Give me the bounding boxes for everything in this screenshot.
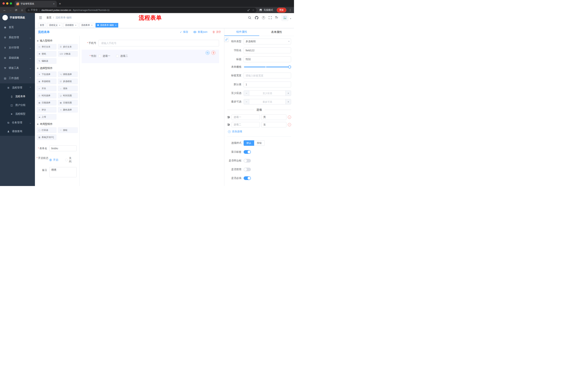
increase-button[interactable]: +	[285, 91, 291, 96]
option-value-input[interactable]	[261, 122, 286, 128]
field-gender-selected-widget[interactable]: *性别 选项一 选项二	[82, 50, 219, 63]
component-chip-upload[interactable]: ☁上传	[37, 114, 56, 120]
help-icon[interactable]: ?	[262, 16, 265, 19]
sidebar-item-infra[interactable]: ⊞ 基础设施 ⌄	[0, 53, 35, 63]
status-radio-on[interactable]: 开启	[49, 157, 61, 163]
component-chip-date-picker[interactable]: ▦日期选择	[37, 100, 56, 105]
component-chip-switch[interactable]: ◐开关	[37, 86, 56, 91]
copy-widget-button[interactable]	[206, 51, 210, 55]
font-size-icon[interactable]: TT	[275, 16, 278, 19]
tag-process-form[interactable]: 流程表单 ×	[79, 23, 94, 28]
component-chip-counter[interactable]: 123计数器	[58, 51, 78, 57]
style-button-button[interactable]: 按钮	[254, 140, 264, 146]
tag-process-model[interactable]: 流程模型 ×	[63, 23, 78, 28]
status-radio-off[interactable]: 关闭	[65, 157, 72, 163]
required-switch[interactable]	[244, 176, 251, 180]
sidebar-item-home[interactable]: ◉ 首页	[0, 22, 35, 32]
component-chip-single-text[interactable]: ▭单行文本	[37, 44, 56, 50]
sidebar-item-payment[interactable]: ¥ 支付管理 ⌄	[0, 43, 35, 53]
component-chip-checkbox-group[interactable]: ☑多选框组	[58, 79, 78, 84]
decrease-button[interactable]: −	[244, 91, 249, 96]
checkbox-option-1[interactable]: 选项一	[98, 54, 110, 58]
component-chip-time-picker[interactable]: ◷时间选择	[37, 93, 56, 98]
home-icon[interactable]: ⌂	[20, 8, 24, 12]
view-json-button[interactable]: 查看json	[193, 30, 207, 34]
min-select-input[interactable]	[249, 91, 285, 96]
checkbox-icon[interactable]	[98, 55, 101, 57]
field-phone-input[interactable]	[98, 40, 219, 46]
browser-update-button[interactable]: 更新	[277, 8, 286, 12]
browser-tab[interactable]: 芋道管理系统 ×	[15, 1, 57, 7]
tag-close-icon[interactable]: ×	[115, 24, 117, 27]
form-remark-textarea[interactable]: 嘿嘿	[49, 167, 77, 177]
sidebar-item-process-mgmt[interactable]: ≣ 流程管理 ⌃	[0, 83, 35, 92]
forward-icon[interactable]: →	[8, 8, 13, 12]
component-chip-slider[interactable]: ↔滑块	[58, 86, 78, 91]
sidebar-item-workflow[interactable]: ▤ 工作流程 ⌃	[0, 73, 35, 83]
component-chip-button[interactable]: ☞按钮	[58, 128, 78, 133]
user-avatar[interactable]	[282, 14, 288, 21]
component-chip-row-container[interactable]: ▢行容器	[37, 128, 56, 133]
option-label-input[interactable]	[231, 122, 260, 128]
sidebar-item-process-model[interactable]: ➤ 流程模型	[0, 110, 35, 118]
component-chip-rate[interactable]: ☆评分	[37, 107, 56, 112]
disabled-switch[interactable]	[244, 168, 251, 171]
minimize-window-button[interactable]	[6, 2, 8, 5]
url-bar[interactable]: ⚠ 不安全 | dashboard.yudao.iocoder.cn/bpm/m…	[25, 8, 257, 12]
form-canvas[interactable]: *手机号	[80, 36, 224, 186]
bookmark-star-icon[interactable]: ☆	[252, 9, 254, 11]
field-name-input[interactable]	[244, 47, 291, 53]
remove-option-button[interactable]: −	[288, 123, 291, 126]
browser-menu-icon[interactable]: ⋮	[289, 8, 292, 12]
back-icon[interactable]: ←	[2, 8, 7, 12]
show-label-switch[interactable]	[244, 150, 251, 154]
tab-close-icon[interactable]: ×	[53, 2, 55, 5]
save-button[interactable]: ✓ 保存	[180, 30, 188, 34]
checkbox-option-2[interactable]: 选项二	[116, 54, 128, 58]
fullscreen-icon[interactable]	[269, 16, 272, 19]
component-type-select[interactable]: ▾	[244, 39, 291, 44]
slider-handle[interactable]	[288, 65, 291, 68]
label-width-input[interactable]	[244, 73, 291, 78]
search-icon[interactable]	[248, 16, 251, 19]
delete-widget-button[interactable]	[211, 51, 215, 55]
grid-slider[interactable]	[244, 67, 290, 67]
close-window-button[interactable]	[2, 2, 5, 5]
checkbox-icon[interactable]	[116, 55, 119, 57]
breadcrumb-home[interactable]: 首页	[46, 16, 52, 19]
security-indicator[interactable]: ⚠ 不安全 |	[28, 8, 40, 12]
sidebar-item-system[interactable]: ⚙ 系统管理 ⌄	[0, 32, 35, 43]
user-menu-caret-icon[interactable]: ▾	[290, 18, 291, 21]
sidebar-item-user-group[interactable]: ◫ 用户分组	[0, 101, 35, 110]
component-chip-select[interactable]: ▾下拉选择	[37, 72, 56, 77]
field-phone[interactable]: *手机号	[82, 40, 219, 46]
zoom-window-button[interactable]	[10, 2, 12, 5]
tab-component-props[interactable]: 组件属性	[224, 28, 259, 36]
tab-form-props[interactable]: 表单属性	[259, 28, 294, 36]
remove-option-button[interactable]: −	[288, 116, 291, 119]
sidebar-item-task-mgmt[interactable]: ⧉ 任务管理 ⌄	[0, 118, 35, 127]
reload-icon[interactable]: ⟳	[14, 8, 19, 12]
component-chip-password[interactable]: ✱密码	[37, 51, 56, 57]
key-icon[interactable]	[247, 9, 250, 11]
tag-process-form-edit[interactable]: 流程表单-编辑 ×	[95, 23, 118, 28]
default-value-input[interactable]	[244, 82, 291, 87]
option-label-input[interactable]	[231, 115, 260, 120]
component-chip-editor[interactable]: ✎编辑器	[37, 58, 56, 64]
tag-close-icon[interactable]: ×	[75, 24, 77, 27]
drag-handle-icon[interactable]	[227, 116, 230, 118]
sidebar-item-devtools[interactable]: ⚒ 研发工具 ⌄	[0, 63, 35, 73]
decrease-button[interactable]: −	[244, 99, 249, 104]
new-tab-button[interactable]: +	[59, 2, 61, 6]
add-option-button[interactable]: + 添加选项	[228, 130, 291, 133]
border-switch[interactable]	[244, 159, 251, 162]
sidebar-item-leave-query[interactable]: ♟ 请假查询	[0, 127, 35, 136]
component-chip-radio-group[interactable]: ◉单选框组	[37, 79, 56, 84]
max-select-input[interactable]	[249, 99, 285, 104]
clear-button[interactable]: 清空	[212, 30, 221, 34]
component-chip-color-picker[interactable]: ◑颜色选择	[58, 107, 78, 112]
tag-close-icon[interactable]: ×	[59, 24, 60, 27]
tag-home[interactable]: 首页	[38, 23, 46, 28]
component-chip-table[interactable]: ▦表格[开发中]	[37, 135, 56, 140]
component-chip-cascader[interactable]: ⌥级联选择	[58, 72, 78, 77]
